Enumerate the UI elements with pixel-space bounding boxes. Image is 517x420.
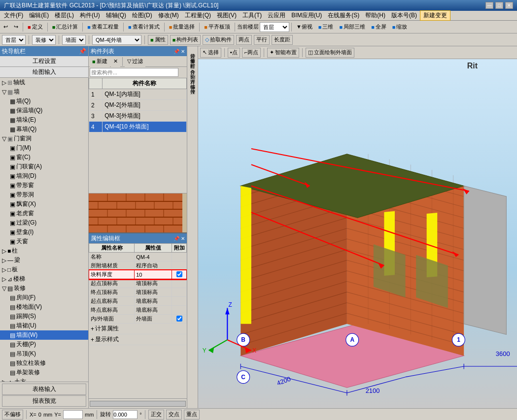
toolbar-view-qty[interactable]: ■查看工程量 [85,22,121,32]
complist-button[interactable]: ■构件列表 [170,35,201,45]
two-point-button[interactable]: 两点 [236,35,252,45]
floor-select[interactable]: 首层 [260,22,289,32]
elevation-draw-button[interactable]: ◫立面绘制外墙面 [306,48,354,58]
nav-item-niche[interactable]: ▣ 壁龛(I) [0,227,88,237]
prop-row-name[interactable]: 名称 QM-4 [89,253,187,261]
component-combo[interactable]: QM-4[外墙 [92,35,141,45]
nav-item-suspended-ceiling[interactable]: ▤ 吊顶(K) [0,349,88,358]
menu-file[interactable]: 文件(F) [1,11,26,20]
nav-settings[interactable]: 工程设置 [0,56,88,67]
angle-input[interactable] [113,410,138,419]
nav-section-slab-header[interactable]: ▷ □ 板 [0,265,88,274]
nav-item-ceiling[interactable]: ▤ 天棚(P) [0,340,88,349]
prop-row-inout[interactable]: 内/外墙面 外墙面 [89,315,187,323]
nav-item-floor-finish[interactable]: ▤ 楼地面(V) [0,302,88,312]
report-preview-button[interactable]: 报表预览 [2,395,86,407]
menu-view[interactable]: 视图(V) [214,11,240,20]
prop-row-bot-end[interactable]: 终点底标高 墙底标高 [89,306,187,315]
menu-aux[interactable]: 辅轴(Q) [103,11,129,20]
search-input[interactable] [90,68,178,77]
nav-panel-pin[interactable]: 📌 [79,48,86,55]
intersection-button[interactable]: 交点 [166,410,182,420]
table-input-button[interactable]: 表格输入 [2,384,86,395]
nav-item-wall-q[interactable]: ▦ 墙(Q) [0,97,88,106]
toolbar-batch-select[interactable]: ■批量选择 [167,22,198,32]
nav-section-decoration-header[interactable]: ▽ ▤ 装修 [0,284,88,293]
nav-item-insulation-wall[interactable]: ▦ 保温墙(Q) [0,106,88,115]
close-button[interactable]: ✕ [505,2,513,9]
nav-item-strip-window[interactable]: ▣ 带形窗 [0,181,88,190]
smart-layout-button[interactable]: ✦智能布置 [267,48,299,58]
table-row[interactable]: 3 QM-3[外墙面] [89,111,187,122]
menu-newchange[interactable]: 新建变更 [420,10,450,21]
y-input[interactable] [63,410,83,419]
nav-section-earth-header[interactable]: ▷ ▲ 土方 [0,377,88,382]
rtb-offset[interactable]: 偏移 [188,78,197,83]
point-button[interactable]: ▪点 [228,48,240,58]
nav-item-curtain-wall[interactable]: ▦ 幕墙(Q) [0,125,88,134]
horizontal-scrollbar[interactable] [90,401,186,407]
nav-item-wall-pier[interactable]: ▦ 墙垛(E) [0,115,88,125]
nav-item-door[interactable]: ▣ 门(M) [0,143,88,153]
nav-item-column-decoration[interactable]: ▤ 独立柱装修 [0,358,88,368]
nav-item-lintel[interactable]: ▣ 过梁(G) [0,218,88,227]
prop-row-top-start[interactable]: 起点顶标高 墙顶标高 [89,279,187,288]
rtb-split[interactable]: 分割 [188,68,197,73]
menu-cloud[interactable]: 云应用 [265,11,288,20]
keypoint-button[interactable]: 重点 [184,410,200,420]
thickness-checkbox[interactable] [176,271,182,277]
toolbar-view-formula[interactable]: ■查看计算式 [126,22,162,32]
nav-section-axis-header[interactable]: ▷ ⊞ 轴线 [0,78,88,87]
menu-version[interactable]: 版本号(B) [388,11,420,20]
nav-drawing[interactable]: 绘图输入 [0,67,88,78]
toolbar-undo[interactable]: ↩ [1,22,10,32]
menu-online[interactable]: 在线服务(S) [325,11,362,20]
prop-row-bot-start[interactable]: 起点底标高 墙底标高 [89,297,187,306]
nav-section-wall-header[interactable]: ▽ ▦ 墙 [0,87,88,97]
table-row[interactable]: 1 QM-1[内墙面] [89,89,187,100]
prop-thickness-extra[interactable] [172,270,187,279]
nav-item-door-window[interactable]: ▣ 门联窗(A) [0,162,88,171]
prop-display-expand[interactable]: + 显示样式 [89,334,187,345]
property-button[interactable]: ■属性 [148,35,168,45]
floor-combo[interactable]: 首层 [2,35,26,45]
menu-tools[interactable]: 工具(T) [240,11,265,20]
toolbar-topview[interactable]: ▼俯视 [294,22,315,32]
no-offset-button[interactable]: 不偏移 [2,410,23,420]
rtb-align[interactable]: 对齐 [188,73,197,78]
table-row[interactable]: 2 QM-2[外墙面] [89,100,187,111]
complist-new-button[interactable]: ■ 新建 [90,56,110,67]
menu-modify[interactable]: 修改(M) [155,11,182,20]
nav-section-stair-header[interactable]: ▷ ⊿ 楼梯 [0,274,88,284]
nav-section-column-header[interactable]: ▷ ■ 柱 [0,246,88,256]
nav-item-wall-surface[interactable]: ▤ 墙面(W) [0,330,88,340]
nav-section-beam-header[interactable]: ▷ — 梁 [0,256,88,265]
nav-item-dormer[interactable]: ▣ 老虎窗 [0,209,88,218]
toolbar-partial3d[interactable]: ■局部三维 [337,22,368,32]
nav-item-bay-window[interactable]: ▣ 飘窗(X) [0,199,88,209]
menu-floor[interactable]: 楼层(L) [52,11,77,20]
nav-item-strip-hole[interactable]: ▣ 带形洞 [0,190,88,199]
complist-pin[interactable]: 📌 ✕ [173,49,185,54]
length-button[interactable]: 长度距 [272,35,293,45]
wall-combo[interactable]: 墙面 [62,35,86,45]
decoration-combo[interactable]: 装修 [32,35,56,45]
toolbar-align-top[interactable]: ■平齐板顶 [202,22,233,32]
prop-calc-expand[interactable]: + 计算属性 [89,323,187,334]
maximize-button[interactable]: □ [495,2,503,9]
prop-inout-extra[interactable] [172,315,187,323]
inout-checkbox[interactable] [176,316,182,322]
menu-quantity[interactable]: 工程量(Q) [182,11,214,20]
prop-row-material[interactable]: 所附墙材质 程序自动 [89,261,187,270]
toolbar-redo[interactable]: ↪ [11,22,21,32]
pick-component-button[interactable]: ◇拾取构件 [203,35,234,45]
nav-item-dado[interactable]: ▤ 墙裙(U) [0,321,88,330]
toolbar-3d[interactable]: ■三维 [316,22,336,32]
menu-bim[interactable]: BIM应用(U) [288,11,325,20]
nav-item-skylight[interactable]: ▣ 天窗 [0,237,88,246]
nav-item-room[interactable]: ▤ 房间(F) [0,293,88,302]
parallel-button[interactable]: 平行 [254,35,270,45]
nav-item-baseboard[interactable]: ▤ 踢脚(S) [0,312,88,321]
rtb-stretch[interactable]: 拉伸 [188,83,197,88]
menu-draw[interactable]: 绘图(D) [129,11,155,20]
